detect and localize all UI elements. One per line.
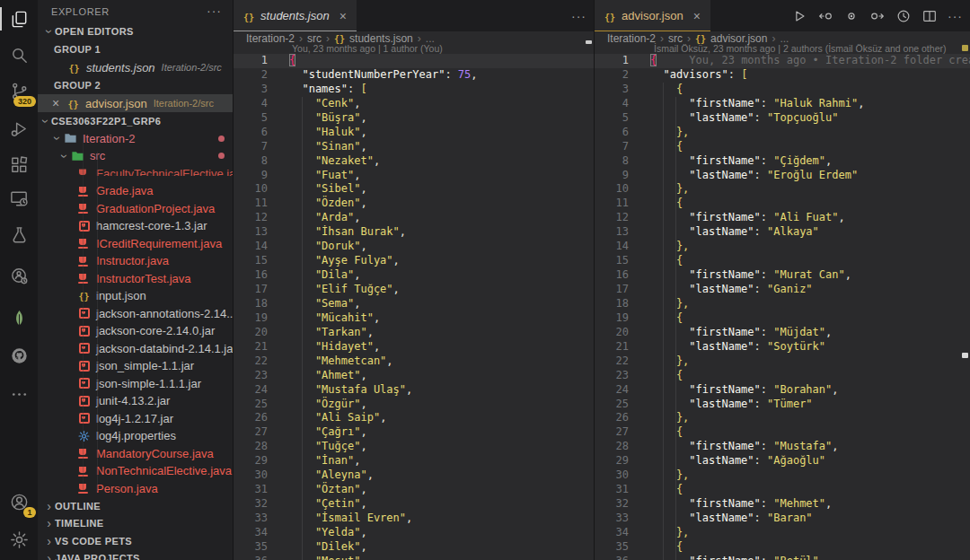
- gitlens-codelens[interactable]: You, 23 months ago | 1 author (You): [292, 43, 443, 54]
- code-line-29[interactable]: 29"İnan",: [234, 454, 594, 468]
- settings-gear-icon[interactable]: [0, 522, 38, 556]
- code-line-4[interactable]: 4"firstName": "Haluk Rahmi",: [595, 97, 970, 111]
- tab-students-json[interactable]: students.json ×: [234, 0, 357, 31]
- tree-item-instructortest-java[interactable]: InstructorTest.java: [38, 270, 233, 288]
- tree-item-junit-4-13-2-jar[interactable]: junit-4.13.2.jar: [38, 392, 233, 410]
- code-line-1[interactable]: 1{: [234, 54, 594, 68]
- code-line-31[interactable]: 31{: [595, 483, 970, 497]
- code-line-10[interactable]: 10"Sibel",: [234, 182, 594, 197]
- code-line-26[interactable]: 26"Ali Saip",: [234, 411, 594, 425]
- code-line-30[interactable]: 30},: [595, 468, 970, 483]
- mongodb-icon[interactable]: [0, 301, 38, 335]
- section-vs-code-pets[interactable]: ›VS CODE PETS: [38, 532, 233, 550]
- open-changes-next-icon[interactable]: [869, 8, 886, 24]
- code-line-22[interactable]: 22"Mehmetcan",: [234, 354, 594, 369]
- code-line-21[interactable]: 21"Hidayet",: [234, 340, 594, 354]
- tree-item-icreditrequirement-java[interactable]: ICreditRequirement.java: [38, 235, 233, 253]
- code-line-12[interactable]: 12"Arda",: [234, 211, 594, 225]
- code-line-23[interactable]: 23"Ahmet",: [234, 369, 594, 383]
- tree-item-src[interactable]: ›src: [38, 147, 233, 165]
- code-line-19[interactable]: 19{: [595, 311, 970, 326]
- tree-item-person-java[interactable]: Person.java: [38, 480, 233, 498]
- tree-item-jackson-databind-2-14-1-jar[interactable]: jackson-databind-2.14.1.jar: [38, 340, 233, 358]
- tree-item-mandatorycourse-java[interactable]: MandatoryCourse.java: [38, 445, 233, 463]
- code-line-5[interactable]: 5"lastName": "Topçuoğlu": [595, 111, 970, 126]
- github-icon[interactable]: [0, 338, 38, 372]
- source-control-icon[interactable]: 320: [0, 74, 38, 108]
- code-line-2[interactable]: 2"advisors": [: [595, 68, 970, 83]
- open-changes-previous-icon[interactable]: [817, 8, 833, 24]
- code-line-28[interactable]: 28"firstName": "Mustafa",: [595, 440, 970, 454]
- code-line-17[interactable]: 17"Elif Tuğçe",: [234, 283, 594, 297]
- code-line-21[interactable]: 21"lastName": "Soytürk": [595, 340, 970, 354]
- explorer-icon[interactable]: [0, 2, 38, 36]
- code-line-10[interactable]: 10},: [595, 182, 970, 197]
- tree-item-graduationproject-java[interactable]: GraduationProject.java: [38, 200, 233, 218]
- extensions-icon[interactable]: [0, 147, 38, 181]
- tree-item-hamcrest-core-1-3-jar[interactable]: hamcrest-core-1.3.jar: [38, 217, 233, 235]
- close-editor-icon[interactable]: ×: [49, 96, 62, 110]
- tree-item-log4j-properties[interactable]: log4j.properties: [38, 427, 233, 445]
- code-line-35[interactable]: 35"Dilek",: [234, 540, 594, 555]
- tree-item-json-simple-1-1-1-jar[interactable]: json-simple-1.1.1.jar: [38, 375, 233, 393]
- testing-icon[interactable]: [0, 218, 38, 252]
- code-line-2[interactable]: 2"studentNumberPerYear": 75,: [234, 68, 594, 83]
- code-line-6[interactable]: 6},: [595, 126, 970, 140]
- section-java-projects[interactable]: ›JAVA PROJECTS: [38, 550, 233, 560]
- code-line-20[interactable]: 20"firstName": "Müjdat",: [595, 326, 970, 340]
- code-line-19[interactable]: 19"Mücahit",: [234, 311, 594, 326]
- code-line-8[interactable]: 8"firstName": "Çiğdem",: [595, 154, 970, 169]
- code-line-11[interactable]: 11{: [595, 197, 970, 211]
- code-line-9[interactable]: 9"Fuat",: [234, 169, 594, 183]
- code-line-24[interactable]: 24"firstName": "Borahan",: [595, 383, 970, 398]
- tree-item-jackson-annotations-2-14-[interactable]: jackson-annotations-2.14....: [38, 305, 233, 323]
- code-line-31[interactable]: 31"Öztan",: [234, 483, 594, 497]
- split-editor-icon[interactable]: [922, 8, 938, 24]
- tree-item-input-json[interactable]: input.json: [38, 287, 233, 305]
- tree-item-instructor-java[interactable]: Instructor.java: [38, 252, 233, 270]
- code-line-35[interactable]: 35{: [595, 540, 970, 555]
- tree-item-iteration-2[interactable]: ›Iteration-2: [38, 130, 233, 148]
- code-line-3[interactable]: 3"names": [: [234, 83, 594, 97]
- code-line-7[interactable]: 7{: [595, 140, 970, 154]
- run-icon[interactable]: [791, 8, 807, 24]
- code-line-30[interactable]: 30"Aleyna",: [234, 468, 594, 483]
- gitlens-codelens[interactable]: İsmail Öksüz, 23 months ago | 2 authors …: [654, 43, 946, 54]
- code-line-18[interactable]: 18"Sema",: [234, 297, 594, 311]
- code-line-36[interactable]: 36"firstName": "Betül",: [595, 555, 970, 560]
- code-line-13[interactable]: 13"İhsan Burak",: [234, 225, 594, 240]
- code-line-33[interactable]: 33"lastName": "Baran": [595, 512, 970, 526]
- accounts-icon[interactable]: 1: [0, 485, 38, 519]
- editor-more-actions-icon[interactable]: ···: [571, 9, 586, 23]
- editor-advisor-json[interactable]: 1{You, 23 months ago • Iteration-2 folde…: [595, 54, 970, 560]
- code-line-27[interactable]: 27"Çağrı",: [234, 425, 594, 440]
- code-line-25[interactable]: 25"Özgür",: [234, 398, 594, 412]
- code-line-34[interactable]: 34"Yelda",: [234, 526, 594, 540]
- section-outline[interactable]: ›OUTLINE: [38, 497, 233, 515]
- file-history-icon[interactable]: [895, 8, 912, 24]
- code-line-17[interactable]: 17"lastName": "Ganiz": [595, 283, 970, 297]
- code-line-22[interactable]: 22},: [595, 354, 970, 369]
- editor-students-json[interactable]: 1{2"studentNumberPerYear": 75,3"names": …: [234, 54, 594, 560]
- additional-views-icon[interactable]: [0, 377, 38, 411]
- explorer-more-actions-icon[interactable]: ···: [207, 4, 222, 18]
- tree-item-jackson-core-2-14-0-jar[interactable]: jackson-core-2.14.0.jar: [38, 322, 233, 340]
- code-line-27[interactable]: 27{: [595, 425, 970, 440]
- close-tab-icon[interactable]: ×: [340, 9, 347, 23]
- breadcrumb-item[interactable]: Iteration-2: [246, 32, 295, 45]
- code-line-18[interactable]: 18},: [595, 297, 970, 311]
- code-line-1[interactable]: 1{You, 23 months ago • Iteration-2 folde…: [595, 54, 970, 68]
- code-line-26[interactable]: 26},: [595, 411, 970, 425]
- open-changes-icon[interactable]: [843, 8, 860, 24]
- workspace-root-header[interactable]: ›CSE3063F22P1_GRP6: [38, 112, 233, 130]
- tree-item-nontechnicalelective-java[interactable]: NonTechnicalElective.java: [38, 462, 233, 480]
- code-line-9[interactable]: 9"lastName": "Eroğlu Erdem": [595, 169, 970, 183]
- code-line-15[interactable]: 15"Ayşe Fulya",: [234, 254, 594, 268]
- code-line-16[interactable]: 16"firstName": "Murat Can",: [595, 268, 970, 283]
- code-line-33[interactable]: 33"İsmail Evren",: [234, 512, 594, 526]
- code-line-4[interactable]: 4"Cenk",: [234, 97, 594, 111]
- code-line-32[interactable]: 32"firstName": "Mehmet",: [595, 497, 970, 512]
- open-editor-item-advisor.json[interactable]: ×advisor.jsonIteration-2/src: [38, 94, 233, 112]
- search-icon[interactable]: [0, 38, 38, 72]
- editor-more-actions-icon[interactable]: ···: [948, 9, 963, 23]
